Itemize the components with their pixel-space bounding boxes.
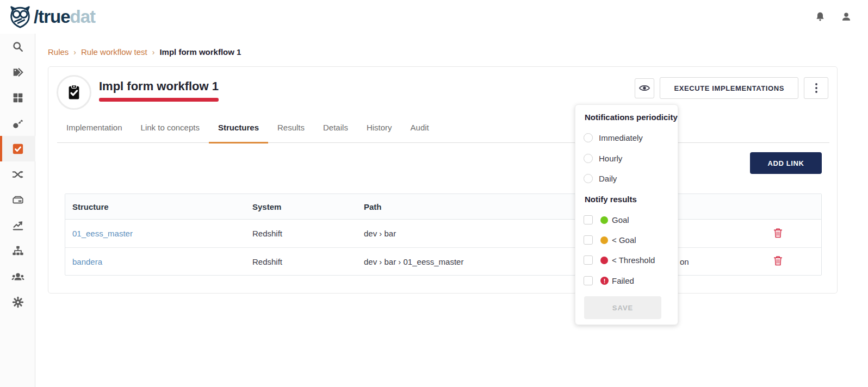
truedat-logo[interactable]: /truedat: [8, 0, 95, 34]
user-menu-button[interactable]: [841, 11, 852, 23]
trash-icon: [773, 228, 783, 238]
radio-daily[interactable]: [584, 174, 593, 183]
delete-link-button[interactable]: [773, 255, 783, 267]
tab-details[interactable]: Details: [314, 123, 357, 142]
more-options-button[interactable]: [804, 77, 828, 99]
checkbox-label: < Goal: [612, 235, 636, 245]
checkbox-option-below-goal[interactable]: < Goal: [584, 235, 636, 245]
radio-option-daily[interactable]: Daily: [584, 174, 617, 183]
user-icon: [841, 11, 852, 23]
eye-icon: [639, 84, 650, 92]
sidebar-item-settings[interactable]: [0, 289, 35, 315]
checkbox-below-threshold[interactable]: [584, 255, 593, 265]
sidebar-item-quality[interactable]: [0, 136, 35, 161]
radio-label: Daily: [599, 174, 617, 183]
radio-label: Immediately: [599, 133, 643, 142]
extra-cell: on: [673, 257, 727, 266]
drive-icon: [12, 194, 24, 206]
status-dot-goal: [600, 216, 608, 224]
checkbox-goal[interactable]: [584, 215, 593, 224]
checkbox-label: Failed: [612, 276, 634, 285]
tab-history[interactable]: History: [357, 123, 401, 142]
kebab-menu-icon: [815, 83, 817, 93]
breadcrumb-link-rule-workflow-test[interactable]: Rule workflow test: [81, 47, 147, 57]
key-icon: [12, 117, 24, 129]
tags-icon: [12, 66, 24, 78]
breadcrumb-link-rules[interactable]: Rules: [48, 47, 69, 57]
checkbox-option-goal[interactable]: Goal: [584, 215, 629, 224]
sitemap-icon: [12, 245, 24, 257]
clipboard-check-icon: [66, 84, 82, 101]
sidebar-item-taxonomy[interactable]: [0, 238, 35, 264]
shuffle-icon: [12, 168, 24, 180]
wordmark-secondary: dat: [70, 7, 96, 27]
tab-audit[interactable]: Audit: [401, 123, 438, 142]
add-link-button[interactable]: ADD LINK: [750, 152, 822, 174]
check-square-icon: [12, 143, 24, 155]
wordmark: /truedat: [34, 0, 95, 34]
delete-link-button[interactable]: [773, 228, 783, 240]
sidebar-item-users[interactable]: [0, 264, 35, 289]
owl-logo-icon: [8, 4, 33, 29]
status-dot-below-threshold: [600, 257, 608, 264]
table-row: 01_eess_master Redshift dev › bar: [65, 220, 821, 247]
status-dot-below-goal: [600, 236, 608, 244]
popup-title-notify-results: Notify results: [585, 195, 637, 204]
wordmark-primary: /true: [34, 7, 70, 27]
implementation-card: Impl form workflow 1 EXECUTE IMPLEMENTAT…: [48, 66, 838, 294]
bell-icon: [815, 11, 826, 23]
sidebar-item-charts[interactable]: [0, 213, 35, 238]
topbar: /truedat: [0, 0, 868, 34]
grid-icon: [13, 92, 23, 103]
radio-immediately[interactable]: [584, 133, 593, 142]
breadcrumb-separator: ›: [152, 48, 155, 57]
table-header-row: Structure System Path: [65, 194, 821, 220]
structures-table: Structure System Path 01_eess_master Red…: [65, 194, 822, 276]
sidebar-item-dashboard[interactable]: [0, 85, 35, 110]
sidebar-item-search[interactable]: [0, 34, 35, 59]
gear-icon: [12, 296, 24, 308]
header-actions: EXECUTE IMPLEMENTATIONS: [635, 77, 828, 99]
checkbox-option-below-threshold[interactable]: < Threshold: [584, 255, 655, 265]
tab-structures[interactable]: Structures: [209, 123, 268, 142]
popup-title-periodicity: Notifications periodicity: [585, 113, 678, 122]
notifications-button[interactable]: [815, 11, 826, 23]
breadcrumb-current: Impl form workflow 1: [159, 47, 241, 57]
failed-exclamation-icon: !: [600, 277, 609, 285]
chart-line-icon: [12, 220, 24, 232]
sidebar-item-tags[interactable]: [0, 59, 35, 85]
title-underline: [99, 98, 219, 102]
checkbox-failed[interactable]: [584, 276, 593, 285]
execute-implementations-button[interactable]: EXECUTE IMPLEMENTATIONS: [660, 77, 798, 99]
checkbox-option-failed[interactable]: ! Failed: [584, 276, 634, 285]
radio-option-immediately[interactable]: Immediately: [584, 133, 643, 142]
sidebar-item-lineage[interactable]: [0, 161, 35, 187]
tab-results[interactable]: Results: [268, 123, 314, 142]
page-title: Impl form workflow 1: [99, 79, 219, 93]
checkbox-below-goal[interactable]: [584, 235, 593, 245]
structure-link[interactable]: 01_eess_master: [72, 229, 133, 238]
sidebar-item-structures[interactable]: [0, 187, 35, 213]
implementation-badge: [57, 75, 91, 110]
sidebar-item-permissions[interactable]: [0, 110, 35, 136]
users-icon: [11, 271, 24, 283]
radio-option-hourly[interactable]: Hourly: [584, 154, 622, 163]
checkbox-label: Goal: [612, 215, 629, 224]
radio-hourly[interactable]: [584, 154, 593, 163]
search-icon: [12, 41, 24, 53]
tab-link-to-concepts[interactable]: Link to concepts: [132, 123, 209, 142]
structure-link[interactable]: bandera: [72, 257, 102, 266]
breadcrumb: Rules › Rule workflow test › Impl form w…: [48, 47, 241, 57]
radio-label: Hourly: [599, 154, 622, 163]
table-row: bandera Redshift dev › bar › 01_eess_mas…: [65, 247, 821, 275]
tab-implementation[interactable]: Implementation: [57, 123, 132, 142]
notifications-popup: Notifications periodicity Immediately Ho…: [575, 104, 678, 325]
preview-button[interactable]: [635, 78, 654, 98]
topbar-right: [815, 0, 852, 34]
system-cell: Redshift: [245, 229, 357, 238]
checkbox-label: < Threshold: [612, 255, 655, 265]
trash-icon: [773, 255, 783, 266]
save-button[interactable]: SAVE: [584, 296, 661, 319]
tab-bar: Implementation Link to concepts Structur…: [57, 123, 829, 143]
sidebar: [0, 34, 35, 387]
